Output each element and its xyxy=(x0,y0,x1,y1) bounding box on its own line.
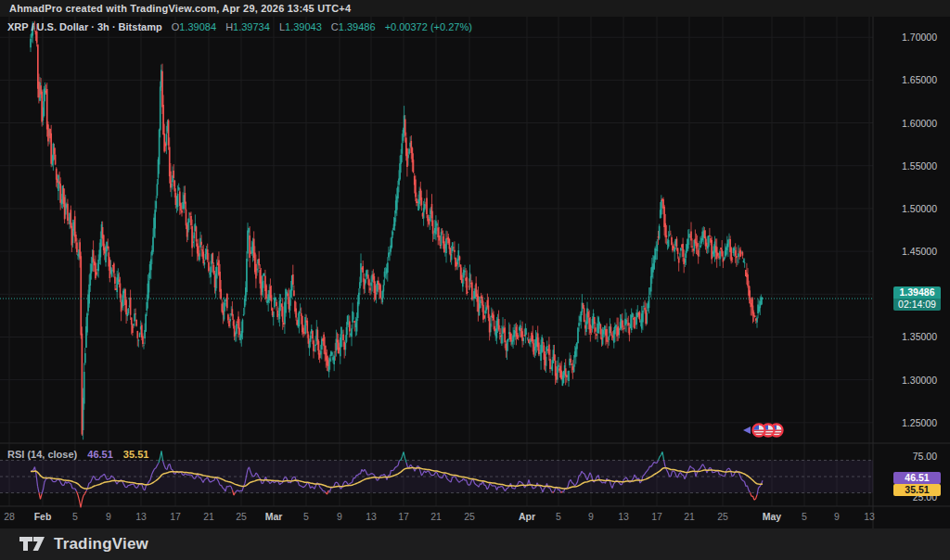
tradingview-logo-icon[interactable] xyxy=(19,537,45,553)
price-tick-label: 1.55000 xyxy=(902,160,937,172)
time-tick-label: 9 xyxy=(106,511,111,522)
time-tick-label: 21 xyxy=(430,511,442,522)
price-tick-label: 1.60000 xyxy=(902,118,937,129)
symbol-legend[interactable]: XRP / U.S. Dollar · 3h · Bitstamp O1.390… xyxy=(7,21,472,32)
time-tick-label: May xyxy=(763,511,781,522)
rsi-value-badge: 46.51 xyxy=(893,472,941,484)
time-tick-label: 17 xyxy=(170,511,181,522)
last-price-value: 1.39486 xyxy=(900,286,935,298)
close-value: 1.39486 xyxy=(339,21,376,32)
time-tick-label: 9 xyxy=(588,511,594,522)
symbol-title: XRP / U.S. Dollar · 3h · Bitstamp xyxy=(7,21,162,32)
time-tick-label: 21 xyxy=(684,511,695,522)
time-tick-label: 17 xyxy=(651,511,662,522)
time-tick-label: 25 xyxy=(717,511,728,522)
time-tick-label: 5 xyxy=(556,511,561,522)
attribution-text: AhmadPro created with TradingView.com, A… xyxy=(9,3,351,14)
low-value: 1.39043 xyxy=(285,21,322,32)
time-tick-label: 5 xyxy=(303,511,309,522)
time-tick-label: 13 xyxy=(135,511,147,522)
footer-bar: TradingView xyxy=(0,528,950,560)
last-price-badge: 1.39486 02:14:09 xyxy=(893,286,941,311)
rsi-ma-value: 35.51 xyxy=(123,449,149,460)
bar-countdown: 02:14:09 xyxy=(893,299,941,311)
price-tick-label: 1.30000 xyxy=(902,375,937,386)
chart-area[interactable]: XRP / U.S. Dollar · 3h · Bitstamp O1.390… xyxy=(0,17,950,528)
time-tick-label: 13 xyxy=(366,511,377,522)
price-tick-label: 1.50000 xyxy=(902,203,937,214)
rsi-value: 46.51 xyxy=(87,449,113,460)
time-tick-label: Mar xyxy=(265,511,283,522)
tradingview-snapshot: AhmadPro created with TradingView.com, A… xyxy=(0,0,950,560)
high-value: 1.39734 xyxy=(233,21,270,32)
time-tick-label: 25 xyxy=(236,511,247,522)
tradingview-logo-text[interactable]: TradingView xyxy=(54,535,148,554)
close-label: C xyxy=(331,21,339,32)
time-tick-label: Apr xyxy=(519,511,535,522)
price-tick-label: 1.45000 xyxy=(902,246,937,257)
rsi-tick-label: 75.00 xyxy=(913,451,937,462)
time-tick-label: 13 xyxy=(618,511,629,522)
event-arrow-icon[interactable] xyxy=(743,426,751,434)
price-tick-label: 1.65000 xyxy=(902,74,937,85)
time-tick-label: 5 xyxy=(802,511,807,522)
time-tick-label: 21 xyxy=(203,511,214,522)
time-tick-label: 9 xyxy=(834,511,840,522)
time-tick-label: Feb xyxy=(34,511,52,522)
time-tick-label: 9 xyxy=(337,511,342,522)
price-tick-label: 1.25000 xyxy=(902,417,937,428)
change-value: +0.00372 (+0.27%) xyxy=(385,21,472,32)
open-value: 1.39084 xyxy=(179,21,216,32)
open-label: O xyxy=(172,21,180,32)
time-tick-label: 25 xyxy=(464,511,475,522)
us-flag-event-icon[interactable] xyxy=(752,424,764,436)
rsi-title: RSI (14, close) xyxy=(7,449,77,460)
rsi-ma-value-badge: 35.51 xyxy=(893,484,941,496)
attribution-bar: AhmadPro created with TradingView.com, A… xyxy=(0,0,950,17)
time-tick-label: 28 xyxy=(4,511,15,522)
rsi-legend[interactable]: RSI (14, close) 46.51 35.51 xyxy=(7,449,148,460)
time-tick-label: 5 xyxy=(72,511,78,522)
time-tick-label: 13 xyxy=(864,511,875,522)
time-tick-label: 17 xyxy=(398,511,409,522)
price-tick-label: 1.35000 xyxy=(902,331,937,342)
high-label: H xyxy=(225,21,233,32)
price-tick-label: 1.70000 xyxy=(902,32,937,43)
